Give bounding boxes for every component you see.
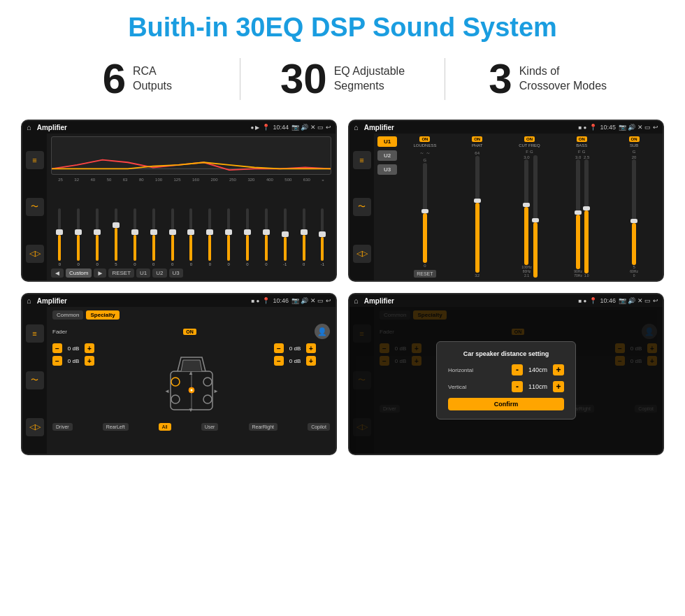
page-title: Buith-in 30EQ DSP Sound System bbox=[0, 0, 685, 50]
eq-slider-11[interactable]: 0 bbox=[257, 208, 275, 266]
fader-label: Fader bbox=[52, 329, 67, 335]
dsp-presets: U1 U2 U3 bbox=[377, 136, 397, 278]
loudness-on[interactable]: ON bbox=[419, 136, 430, 142]
eq-u1-btn[interactable]: U1 bbox=[136, 268, 150, 278]
eq-u3-btn[interactable]: U3 bbox=[169, 268, 183, 278]
preset-u2[interactable]: U2 bbox=[377, 150, 397, 161]
eq-slider-6[interactable]: 0 bbox=[164, 208, 181, 266]
wave-icon-3[interactable]: 〜 bbox=[26, 371, 44, 389]
db-plus-3[interactable]: + bbox=[306, 356, 316, 366]
eq-slider-12[interactable]: -1 bbox=[276, 208, 294, 266]
eq-slider-3[interactable]: 5 bbox=[108, 208, 125, 266]
side-controls-3: ≡ 〜 ◁▷ bbox=[22, 307, 47, 454]
db-row-1: − 0 dB + bbox=[52, 356, 108, 366]
vertical-plus-btn[interactable]: + bbox=[553, 381, 564, 392]
eq-reset-btn[interactable]: RESET bbox=[108, 268, 134, 278]
bass-on[interactable]: ON bbox=[577, 136, 587, 142]
eq-slider-14[interactable]: -1 bbox=[314, 208, 331, 266]
eq-slider-8[interactable]: 0 bbox=[201, 208, 219, 266]
eq-icon-2[interactable]: ≡ bbox=[353, 151, 371, 169]
eq-icon[interactable]: ≡ bbox=[26, 151, 44, 169]
stat-crossover-number: 3 bbox=[489, 58, 512, 100]
screen-eq: ⌂ Amplifier ● ▶ 📍 10:44 📷 🔊 ✕ ▭ ↩ ≡ 〜 ◁▷ bbox=[21, 120, 337, 282]
db-minus-0[interactable]: − bbox=[52, 343, 62, 353]
db-plus-2[interactable]: + bbox=[306, 343, 316, 353]
stat-crossover: 3 Kinds of Crossover Modes bbox=[452, 58, 643, 100]
volume-icon-2[interactable]: ◁▷ bbox=[353, 245, 371, 263]
horizontal-stepper[interactable]: - 140cm + bbox=[512, 364, 564, 375]
btn-user[interactable]: User bbox=[201, 423, 219, 431]
location-icon-3: 📍 bbox=[262, 297, 270, 304]
sub-on[interactable]: ON bbox=[629, 136, 640, 142]
screen3-body: ≡ 〜 ◁▷ Common Specialty Fader ON 👤 bbox=[22, 307, 336, 454]
wave-icon[interactable]: 〜 bbox=[26, 198, 44, 216]
confirm-button[interactable]: Confirm bbox=[448, 398, 564, 410]
home-icon-3: ⌂ bbox=[27, 296, 31, 305]
eq-slider-1[interactable]: 0 bbox=[70, 208, 87, 266]
eq-next-btn[interactable]: ► bbox=[94, 268, 106, 278]
dialog-overlay: Car speaker distance setting Horizontal … bbox=[349, 307, 663, 454]
dsp-phat: ON PHAT 64 32 bbox=[452, 136, 503, 278]
distance-dialog: Car speaker distance setting Horizontal … bbox=[436, 341, 576, 420]
dots-icon-3: ■ ● bbox=[252, 298, 260, 304]
eq-slider-13[interactable]: 0 bbox=[295, 208, 312, 266]
tab-specialty[interactable]: Specialty bbox=[86, 310, 119, 320]
eq-u2-btn[interactable]: U2 bbox=[152, 268, 166, 278]
dialog-vertical-row: Vertical - 110cm + bbox=[448, 381, 564, 392]
svg-point-8 bbox=[190, 389, 192, 392]
status-icons-4: 📷 🔊 ✕ ▭ ↩ bbox=[619, 297, 658, 304]
home-icon-2: ⌂ bbox=[354, 123, 359, 131]
phat-on[interactable]: ON bbox=[472, 136, 482, 142]
user-icon-btn[interactable]: 👤 bbox=[315, 324, 330, 339]
db-val-3: 0 dB bbox=[286, 358, 304, 364]
vertical-minus-btn[interactable]: - bbox=[512, 381, 523, 392]
tab-common[interactable]: Common bbox=[52, 310, 83, 320]
stats-row: 6 RCA Outputs 30 EQ Adjustable Segments … bbox=[0, 50, 685, 113]
eq-prev-btn[interactable]: ◄ bbox=[51, 268, 64, 278]
db-minus-3[interactable]: − bbox=[274, 356, 284, 366]
btn-rearright[interactable]: RearRight bbox=[249, 423, 278, 431]
btn-all[interactable]: All bbox=[159, 423, 171, 431]
app-title-4: Amplifier bbox=[364, 297, 576, 305]
stat-rca: 6 RCA Outputs bbox=[42, 58, 233, 100]
eq-slider-0[interactable]: 0 bbox=[51, 208, 68, 266]
eq-slider-2[interactable]: 0 bbox=[89, 208, 106, 266]
eq-slider-9[interactable]: 0 bbox=[220, 208, 238, 266]
db-plus-0[interactable]: + bbox=[85, 343, 94, 353]
eq-slider-5[interactable]: 0 bbox=[145, 208, 162, 266]
eq-icon-3[interactable]: ≡ bbox=[26, 324, 44, 343]
eq-slider-7[interactable]: 0 bbox=[182, 208, 200, 266]
preset-u1[interactable]: U1 bbox=[377, 136, 397, 147]
db-minus-1[interactable]: − bbox=[52, 356, 62, 366]
db-row-2: − 0 dB + bbox=[274, 343, 330, 353]
svg-point-4 bbox=[171, 395, 180, 403]
home-icon-1: ⌂ bbox=[27, 123, 31, 131]
volume-icon-1[interactable]: ◁▷ bbox=[26, 245, 44, 263]
status-icons-1: 📷 🔊 ✕ ▭ ↩ bbox=[291, 124, 331, 131]
eq-slider-4[interactable]: 0 bbox=[126, 208, 143, 266]
eq-custom-btn[interactable]: Custom bbox=[66, 268, 92, 278]
screen2-body: ≡ 〜 ◁▷ U1 U2 U3 ON LOUDNESS ～ ～ bbox=[349, 134, 663, 280]
db-minus-2[interactable]: − bbox=[274, 343, 284, 353]
horizontal-plus-btn[interactable]: + bbox=[553, 364, 564, 375]
btn-rearleft[interactable]: RearLeft bbox=[103, 423, 129, 431]
wave-icon-2[interactable]: 〜 bbox=[353, 198, 371, 216]
eq-freq-labels: 253240506380100125160200250320400500630 … bbox=[51, 178, 331, 182]
volume-icon-3[interactable]: ◁▷ bbox=[26, 418, 44, 436]
vertical-stepper[interactable]: - 110cm + bbox=[512, 381, 564, 392]
horizontal-minus-btn[interactable]: - bbox=[512, 364, 523, 375]
btn-driver[interactable]: Driver bbox=[52, 423, 73, 431]
btn-copilot[interactable]: Copilot bbox=[308, 423, 330, 431]
eq-slider-10[interactable]: 0 bbox=[239, 208, 257, 266]
stat-rca-number: 6 bbox=[103, 58, 126, 100]
dsp-sub: ON SUB G 20 5 60Hz 0 bbox=[609, 136, 659, 278]
reset-btn-loudness[interactable]: RESET bbox=[414, 270, 435, 278]
stat-eq: 30 EQ Adjustable Segments bbox=[247, 58, 438, 100]
svg-text:►: ► bbox=[213, 388, 219, 394]
stat-crossover-label: Kinds of Crossover Modes bbox=[519, 64, 607, 94]
horizontal-label: Horizontal bbox=[448, 367, 486, 373]
svg-point-6 bbox=[203, 395, 212, 403]
cutfreq-on[interactable]: ON bbox=[524, 136, 535, 142]
preset-u3[interactable]: U3 bbox=[377, 164, 397, 175]
db-plus-1[interactable]: + bbox=[85, 356, 94, 366]
